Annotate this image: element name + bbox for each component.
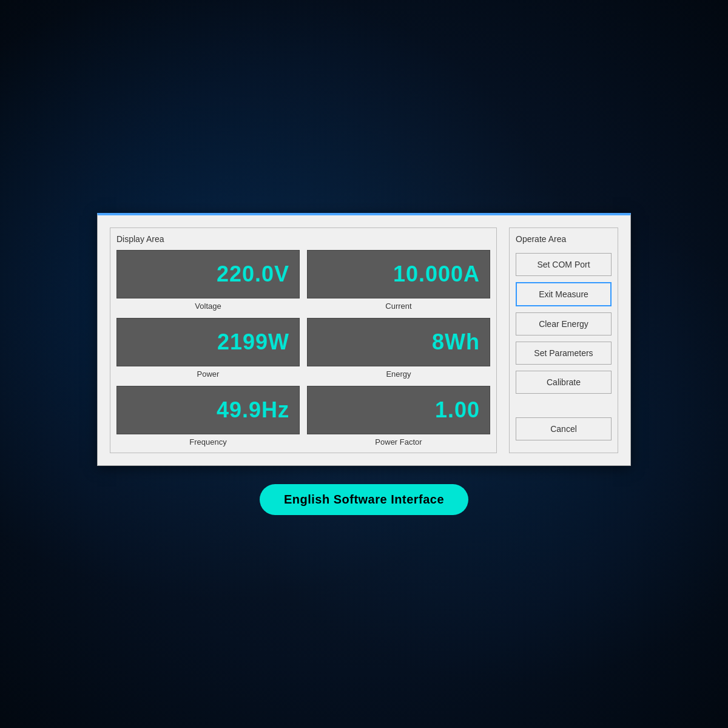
metric-display-energy: 8Wh [307,318,490,366]
metric-cell-voltage: 220.0V Voltage [116,250,300,311]
metric-cell-energy: 8Wh Energy [307,318,490,379]
metric-value-power: 2199W [217,329,289,355]
metric-value-voltage: 220.0V [217,261,289,287]
metric-value-power-factor: 1.00 [435,397,480,423]
exit-measure-button[interactable]: Exit Measure [516,282,612,306]
metric-display-power-factor: 1.00 [307,386,490,434]
operate-area: Operate Area Set COM Port Exit Measure C… [509,228,618,453]
metric-value-energy: 8Wh [432,329,480,355]
display-area: Display Area 220.0V Voltage 10.000A Curr… [110,228,497,453]
badge-container: English Software Interface [260,484,468,515]
clear-energy-button[interactable]: Clear Energy [516,312,612,335]
calibrate-button[interactable]: Calibrate [516,371,612,394]
display-area-title: Display Area [116,234,490,244]
app-window: Display Area 220.0V Voltage 10.000A Curr… [97,213,631,466]
metric-label-power: Power [197,369,220,379]
metric-display-power: 2199W [116,318,300,366]
cancel-button[interactable]: Cancel [516,417,612,440]
metric-cell-power-factor: 1.00 Power Factor [307,386,490,447]
metric-label-frequency: Frequency [189,437,226,447]
metric-label-energy: Energy [386,369,411,379]
software-badge: English Software Interface [260,484,468,515]
metric-label-current: Current [385,302,411,311]
operate-area-title: Operate Area [516,234,612,244]
set-parameters-button[interactable]: Set Parameters [516,342,612,365]
metric-display-voltage: 220.0V [116,250,300,298]
metric-cell-frequency: 49.9Hz Frequency [116,386,300,447]
metric-cell-current: 10.000A Current [307,250,490,311]
metric-display-current: 10.000A [307,250,490,298]
set-com-port-button[interactable]: Set COM Port [516,253,612,276]
window-content: Display Area 220.0V Voltage 10.000A Curr… [98,215,630,465]
button-spacer [516,400,612,417]
metric-value-current: 10.000A [393,261,480,287]
metrics-grid: 220.0V Voltage 10.000A Current 2199W [116,250,490,447]
metric-value-frequency: 49.9Hz [217,397,289,423]
metric-display-frequency: 49.9Hz [116,386,300,434]
main-container: Display Area 220.0V Voltage 10.000A Curr… [97,213,631,515]
metric-cell-power: 2199W Power [116,318,300,379]
metric-label-power-factor: Power Factor [375,437,422,447]
metric-label-voltage: Voltage [195,302,221,311]
